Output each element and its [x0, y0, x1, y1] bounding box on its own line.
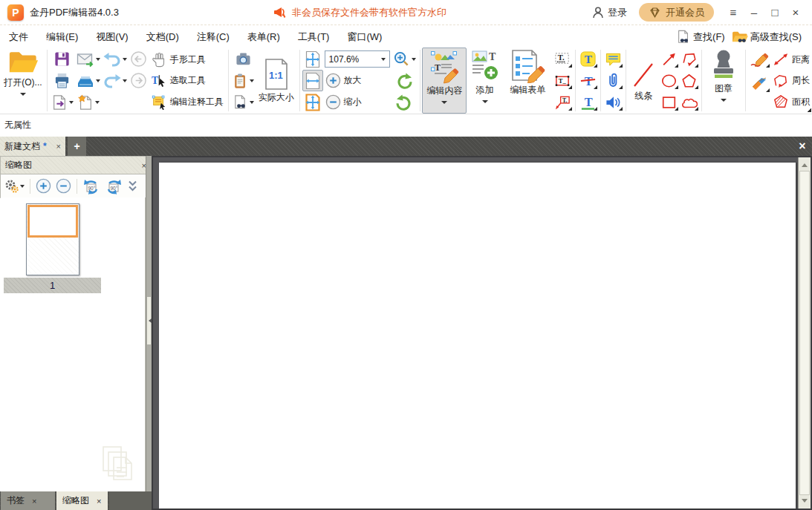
rotate-page-left-button[interactable]: 90°	[81, 177, 102, 196]
new-tab-button[interactable]: +	[68, 137, 86, 156]
fit-page-button[interactable]	[302, 49, 323, 69]
zoom-out-button[interactable]: 缩小	[323, 91, 392, 112]
thumbnail-zoom-in-button[interactable]	[34, 177, 53, 196]
ellipse-tool-button[interactable]	[659, 71, 679, 91]
paste-button[interactable]	[231, 71, 256, 91]
snapshot-button[interactable]	[231, 49, 256, 69]
attach-file-button[interactable]	[603, 71, 623, 91]
menu-document[interactable]: 文档(D)	[137, 25, 188, 48]
menu-tools[interactable]: 工具(T)	[289, 25, 339, 48]
highlight-text-button[interactable]: T	[578, 49, 598, 69]
menu-annotate[interactable]: 注释(C)	[188, 25, 238, 48]
line-label: 线条	[634, 90, 652, 102]
line-tool-button[interactable]: 线条	[629, 48, 659, 114]
thumbnail-more-button[interactable]	[126, 177, 140, 196]
arrow-tool-button[interactable]	[659, 49, 679, 69]
rotate-right-button[interactable]	[392, 92, 418, 112]
actual-size-button[interactable]: 1:1 实际大小	[256, 48, 297, 114]
pencil-tool-button[interactable]	[748, 49, 770, 69]
rotate-page-right-button[interactable]: 90°	[103, 177, 124, 196]
add-button[interactable]: T 添加	[467, 48, 503, 114]
edit-content-button[interactable]: T 编辑内容	[422, 48, 467, 114]
visible-area-indicator[interactable]	[27, 205, 78, 238]
rectangle-tool-button[interactable]	[659, 92, 679, 112]
new-document-icon	[77, 94, 94, 111]
sound-annotation-button[interactable]	[603, 92, 623, 112]
window-menu-button[interactable]: ≡	[723, 2, 744, 23]
polyline-tool-button[interactable]	[679, 49, 699, 69]
menu-form[interactable]: 表单(R)	[238, 25, 289, 48]
zoom-in-button[interactable]: 放大	[323, 70, 392, 91]
thumbnail-options-button[interactable]	[3, 177, 26, 196]
scan-button[interactable]	[75, 71, 102, 91]
rotate-ccw-icon	[395, 72, 413, 90]
tabbar-close-button[interactable]: ×	[793, 137, 812, 156]
fit-width-button[interactable]	[302, 70, 323, 91]
edit-annotation-tool-button[interactable]: 编辑注释工具	[149, 91, 226, 112]
forward-button[interactable]	[129, 71, 149, 91]
minimize-button[interactable]: –	[744, 2, 764, 23]
login-label: 登录	[608, 6, 627, 19]
eraser-tool-button[interactable]	[748, 73, 770, 94]
tab-bookmarks[interactable]: 书签 ×	[1, 491, 55, 510]
print-button[interactable]	[50, 71, 75, 91]
close-button[interactable]: ×	[785, 2, 806, 23]
file-ops-column	[50, 48, 75, 114]
back-icon	[130, 50, 147, 68]
sticky-note-button[interactable]	[603, 49, 623, 69]
panel-splitter-handle[interactable]	[147, 297, 151, 344]
select-tool-button[interactable]: T 选取工具	[149, 71, 226, 91]
menu-window[interactable]: 窗口(W)	[338, 25, 391, 48]
underline-text-button[interactable]: T	[578, 92, 598, 112]
advanced-find-label[interactable]: 高级查找(S)	[750, 30, 802, 44]
hand-tool-button[interactable]: 手形工具	[149, 49, 226, 70]
document-tab[interactable]: 新建文档 * ×	[0, 137, 65, 156]
thumbnail-panel: 缩略图 × 90° 90°	[0, 156, 152, 510]
login-button[interactable]: 登录	[591, 6, 627, 19]
back-button[interactable]	[129, 49, 149, 69]
textbox-button[interactable]: T_	[553, 71, 573, 91]
polygon-tool-button[interactable]	[679, 71, 699, 91]
callout-button[interactable]: T.	[553, 92, 573, 112]
scroll-up-button[interactable]	[799, 157, 811, 170]
document-tab-close-icon[interactable]: ×	[56, 142, 61, 151]
menu-view[interactable]: 视图(V)	[87, 25, 137, 48]
maximize-button[interactable]: □	[764, 2, 785, 23]
undo-button[interactable]	[102, 49, 129, 69]
open-button[interactable]: 打开(O)...	[1, 48, 45, 114]
new-document-button[interactable]	[75, 92, 102, 112]
marquee-zoom-button[interactable]	[392, 49, 418, 69]
save-button[interactable]	[50, 49, 75, 69]
menu-edit[interactable]: 编辑(E)	[37, 25, 87, 48]
find-label[interactable]: 查找(F)	[693, 30, 725, 44]
menu-file[interactable]: 文件	[0, 25, 37, 48]
typewriter-icon: T.	[554, 51, 571, 68]
fit-visible-button[interactable]	[302, 92, 323, 112]
thumbnail-zoom-out-button[interactable]	[54, 177, 73, 196]
cloud-tool-button[interactable]	[679, 92, 699, 112]
perimeter-tool-button[interactable]: 周长	[770, 71, 812, 91]
vip-button[interactable]: 开通会员	[639, 3, 714, 22]
bookmarks-tab-close-icon[interactable]: ×	[32, 497, 36, 506]
tab-thumbnails[interactable]: 缩略图 ×	[56, 491, 108, 510]
thumbnails-tab-close-icon[interactable]: ×	[97, 497, 101, 506]
distance-tool-button[interactable]: 距离	[770, 49, 812, 70]
scrollbar-thumb[interactable]	[799, 171, 810, 495]
email-button[interactable]	[75, 49, 102, 69]
pdf-page[interactable]	[159, 163, 796, 509]
thumbnail-item-page-1[interactable]: 1	[4, 203, 101, 293]
rotate-left-button[interactable]	[392, 71, 418, 91]
stamp-button[interactable]: 图章	[704, 48, 743, 114]
open-dropdown-caret	[20, 93, 26, 99]
zoom-level-select[interactable]: 107.6%	[325, 50, 390, 68]
redo-button[interactable]	[102, 71, 129, 91]
typewriter-button[interactable]: T.	[553, 49, 573, 69]
area-tool-button[interactable]: 面积	[770, 91, 812, 112]
export-button[interactable]	[50, 92, 75, 112]
panel-splitter[interactable]	[146, 156, 152, 491]
edit-form-button[interactable]: 编辑表单	[503, 48, 553, 114]
find-document-button[interactable]	[231, 92, 256, 112]
strikethrough-text-button[interactable]: T	[578, 71, 598, 91]
vertical-scrollbar[interactable]	[798, 157, 811, 509]
scroll-down-button[interactable]	[799, 496, 811, 509]
